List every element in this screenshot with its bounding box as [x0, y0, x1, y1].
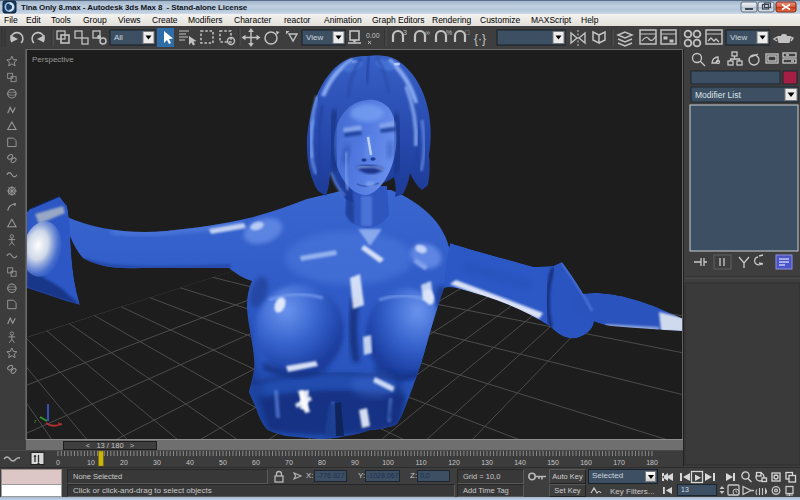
- svg-text:130: 130: [481, 459, 493, 466]
- svg-text:140: 140: [514, 459, 526, 466]
- svg-text:Key Filters...: Key Filters...: [610, 487, 654, 496]
- svg-text:170: 170: [613, 459, 625, 466]
- svg-text:View: View: [730, 33, 747, 42]
- svg-text:80: 80: [318, 459, 326, 466]
- svg-text:0: 0: [56, 459, 60, 466]
- svg-text:All: All: [114, 33, 123, 42]
- svg-text:60: 60: [252, 459, 260, 466]
- svg-text:20: 20: [120, 459, 128, 466]
- svg-text:30: 30: [153, 459, 161, 466]
- svg-text:160: 160: [580, 459, 592, 466]
- svg-text:%: %: [446, 29, 452, 36]
- svg-text:10: 10: [87, 459, 95, 466]
- svg-text:70: 70: [285, 459, 293, 466]
- svg-text:40: 40: [186, 459, 194, 466]
- svg-text:120: 120: [448, 459, 460, 466]
- svg-text:0.00: 0.00: [366, 32, 380, 39]
- svg-text:180: 180: [646, 459, 658, 466]
- svg-text:{·}: {·}: [474, 32, 486, 46]
- svg-text:Perspective: Perspective: [32, 55, 74, 64]
- svg-text:Modifier List: Modifier List: [695, 90, 741, 100]
- svg-text:∞: ∞: [425, 29, 430, 36]
- svg-text:View: View: [306, 33, 323, 42]
- svg-text:110: 110: [415, 459, 426, 466]
- svg-text:90: 90: [351, 459, 359, 466]
- svg-text:3: 3: [403, 29, 407, 36]
- svg-text:50: 50: [219, 459, 227, 466]
- svg-text:100: 100: [382, 459, 394, 466]
- svg-text:150: 150: [547, 459, 559, 466]
